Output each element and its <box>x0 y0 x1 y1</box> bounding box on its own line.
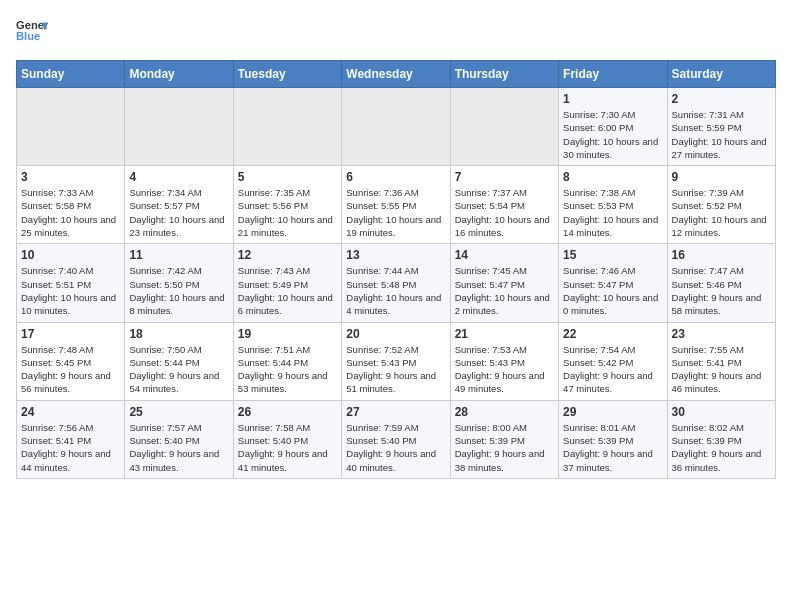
day-number: 8 <box>563 170 662 184</box>
day-info: Sunrise: 7:38 AM Sunset: 5:53 PM Dayligh… <box>563 186 662 239</box>
calendar-cell <box>342 88 450 166</box>
calendar-cell: 22Sunrise: 7:54 AM Sunset: 5:42 PM Dayli… <box>559 322 667 400</box>
day-info: Sunrise: 7:42 AM Sunset: 5:50 PM Dayligh… <box>129 264 228 317</box>
calendar-cell: 14Sunrise: 7:45 AM Sunset: 5:47 PM Dayli… <box>450 244 558 322</box>
day-number: 12 <box>238 248 337 262</box>
calendar-cell: 15Sunrise: 7:46 AM Sunset: 5:47 PM Dayli… <box>559 244 667 322</box>
day-number: 9 <box>672 170 771 184</box>
day-number: 20 <box>346 327 445 341</box>
day-info: Sunrise: 7:59 AM Sunset: 5:40 PM Dayligh… <box>346 421 445 474</box>
day-number: 19 <box>238 327 337 341</box>
day-number: 2 <box>672 92 771 106</box>
day-number: 29 <box>563 405 662 419</box>
weekday-header-row: SundayMondayTuesdayWednesdayThursdayFrid… <box>17 61 776 88</box>
calendar-cell: 5Sunrise: 7:35 AM Sunset: 5:56 PM Daylig… <box>233 166 341 244</box>
day-info: Sunrise: 7:33 AM Sunset: 5:58 PM Dayligh… <box>21 186 120 239</box>
day-info: Sunrise: 7:47 AM Sunset: 5:46 PM Dayligh… <box>672 264 771 317</box>
day-number: 14 <box>455 248 554 262</box>
calendar-cell <box>233 88 341 166</box>
calendar-week-row: 17Sunrise: 7:48 AM Sunset: 5:45 PM Dayli… <box>17 322 776 400</box>
calendar-cell: 16Sunrise: 7:47 AM Sunset: 5:46 PM Dayli… <box>667 244 775 322</box>
calendar-cell: 29Sunrise: 8:01 AM Sunset: 5:39 PM Dayli… <box>559 400 667 478</box>
day-info: Sunrise: 7:57 AM Sunset: 5:40 PM Dayligh… <box>129 421 228 474</box>
day-number: 3 <box>21 170 120 184</box>
day-number: 25 <box>129 405 228 419</box>
day-info: Sunrise: 7:45 AM Sunset: 5:47 PM Dayligh… <box>455 264 554 317</box>
day-info: Sunrise: 7:58 AM Sunset: 5:40 PM Dayligh… <box>238 421 337 474</box>
day-number: 6 <box>346 170 445 184</box>
calendar-cell: 26Sunrise: 7:58 AM Sunset: 5:40 PM Dayli… <box>233 400 341 478</box>
calendar-cell: 21Sunrise: 7:53 AM Sunset: 5:43 PM Dayli… <box>450 322 558 400</box>
logo: General Blue <box>16 16 48 48</box>
day-info: Sunrise: 7:37 AM Sunset: 5:54 PM Dayligh… <box>455 186 554 239</box>
day-info: Sunrise: 7:39 AM Sunset: 5:52 PM Dayligh… <box>672 186 771 239</box>
day-info: Sunrise: 7:36 AM Sunset: 5:55 PM Dayligh… <box>346 186 445 239</box>
day-info: Sunrise: 8:02 AM Sunset: 5:39 PM Dayligh… <box>672 421 771 474</box>
calendar-cell: 23Sunrise: 7:55 AM Sunset: 5:41 PM Dayli… <box>667 322 775 400</box>
day-info: Sunrise: 7:40 AM Sunset: 5:51 PM Dayligh… <box>21 264 120 317</box>
day-number: 10 <box>21 248 120 262</box>
day-number: 27 <box>346 405 445 419</box>
day-info: Sunrise: 7:56 AM Sunset: 5:41 PM Dayligh… <box>21 421 120 474</box>
day-info: Sunrise: 7:46 AM Sunset: 5:47 PM Dayligh… <box>563 264 662 317</box>
calendar-cell: 19Sunrise: 7:51 AM Sunset: 5:44 PM Dayli… <box>233 322 341 400</box>
calendar-week-row: 24Sunrise: 7:56 AM Sunset: 5:41 PM Dayli… <box>17 400 776 478</box>
day-number: 4 <box>129 170 228 184</box>
calendar-table: SundayMondayTuesdayWednesdayThursdayFrid… <box>16 60 776 479</box>
day-info: Sunrise: 7:51 AM Sunset: 5:44 PM Dayligh… <box>238 343 337 396</box>
calendar-cell: 7Sunrise: 7:37 AM Sunset: 5:54 PM Daylig… <box>450 166 558 244</box>
calendar-week-row: 10Sunrise: 7:40 AM Sunset: 5:51 PM Dayli… <box>17 244 776 322</box>
day-info: Sunrise: 7:35 AM Sunset: 5:56 PM Dayligh… <box>238 186 337 239</box>
day-info: Sunrise: 7:53 AM Sunset: 5:43 PM Dayligh… <box>455 343 554 396</box>
calendar-week-row: 1Sunrise: 7:30 AM Sunset: 6:00 PM Daylig… <box>17 88 776 166</box>
day-number: 15 <box>563 248 662 262</box>
weekday-header: Thursday <box>450 61 558 88</box>
day-info: Sunrise: 7:54 AM Sunset: 5:42 PM Dayligh… <box>563 343 662 396</box>
calendar-cell: 27Sunrise: 7:59 AM Sunset: 5:40 PM Dayli… <box>342 400 450 478</box>
calendar-cell: 17Sunrise: 7:48 AM Sunset: 5:45 PM Dayli… <box>17 322 125 400</box>
svg-text:Blue: Blue <box>16 30 40 42</box>
page-header: General Blue <box>16 16 776 48</box>
day-number: 24 <box>21 405 120 419</box>
day-number: 28 <box>455 405 554 419</box>
weekday-header: Friday <box>559 61 667 88</box>
calendar-cell: 8Sunrise: 7:38 AM Sunset: 5:53 PM Daylig… <box>559 166 667 244</box>
day-number: 21 <box>455 327 554 341</box>
calendar-cell: 24Sunrise: 7:56 AM Sunset: 5:41 PM Dayli… <box>17 400 125 478</box>
calendar-cell: 25Sunrise: 7:57 AM Sunset: 5:40 PM Dayli… <box>125 400 233 478</box>
day-number: 30 <box>672 405 771 419</box>
day-number: 18 <box>129 327 228 341</box>
day-info: Sunrise: 7:55 AM Sunset: 5:41 PM Dayligh… <box>672 343 771 396</box>
day-info: Sunrise: 7:48 AM Sunset: 5:45 PM Dayligh… <box>21 343 120 396</box>
day-number: 22 <box>563 327 662 341</box>
calendar-cell: 3Sunrise: 7:33 AM Sunset: 5:58 PM Daylig… <box>17 166 125 244</box>
day-info: Sunrise: 7:30 AM Sunset: 6:00 PM Dayligh… <box>563 108 662 161</box>
weekday-header: Saturday <box>667 61 775 88</box>
day-info: Sunrise: 8:01 AM Sunset: 5:39 PM Dayligh… <box>563 421 662 474</box>
day-number: 17 <box>21 327 120 341</box>
calendar-cell: 12Sunrise: 7:43 AM Sunset: 5:49 PM Dayli… <box>233 244 341 322</box>
logo-icon: General Blue <box>16 16 48 48</box>
day-number: 1 <box>563 92 662 106</box>
day-number: 7 <box>455 170 554 184</box>
weekday-header: Wednesday <box>342 61 450 88</box>
day-number: 5 <box>238 170 337 184</box>
calendar-cell: 20Sunrise: 7:52 AM Sunset: 5:43 PM Dayli… <box>342 322 450 400</box>
calendar-cell: 13Sunrise: 7:44 AM Sunset: 5:48 PM Dayli… <box>342 244 450 322</box>
calendar-cell <box>450 88 558 166</box>
day-info: Sunrise: 7:44 AM Sunset: 5:48 PM Dayligh… <box>346 264 445 317</box>
weekday-header: Tuesday <box>233 61 341 88</box>
calendar-cell <box>125 88 233 166</box>
calendar-cell: 30Sunrise: 8:02 AM Sunset: 5:39 PM Dayli… <box>667 400 775 478</box>
calendar-cell: 4Sunrise: 7:34 AM Sunset: 5:57 PM Daylig… <box>125 166 233 244</box>
calendar-cell: 6Sunrise: 7:36 AM Sunset: 5:55 PM Daylig… <box>342 166 450 244</box>
day-number: 16 <box>672 248 771 262</box>
day-number: 26 <box>238 405 337 419</box>
calendar-cell: 9Sunrise: 7:39 AM Sunset: 5:52 PM Daylig… <box>667 166 775 244</box>
calendar-cell: 2Sunrise: 7:31 AM Sunset: 5:59 PM Daylig… <box>667 88 775 166</box>
calendar-cell: 28Sunrise: 8:00 AM Sunset: 5:39 PM Dayli… <box>450 400 558 478</box>
calendar-week-row: 3Sunrise: 7:33 AM Sunset: 5:58 PM Daylig… <box>17 166 776 244</box>
day-info: Sunrise: 7:34 AM Sunset: 5:57 PM Dayligh… <box>129 186 228 239</box>
weekday-header: Monday <box>125 61 233 88</box>
calendar-cell: 10Sunrise: 7:40 AM Sunset: 5:51 PM Dayli… <box>17 244 125 322</box>
